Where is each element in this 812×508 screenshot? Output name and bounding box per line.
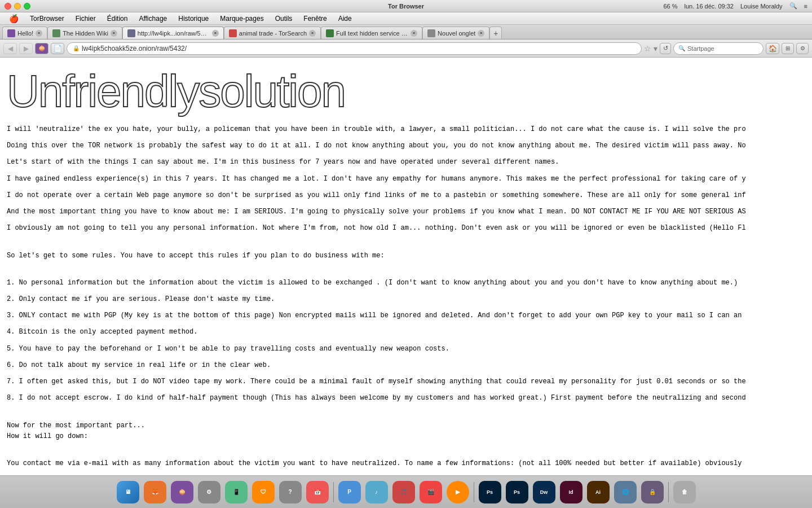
tab-full-text-search[interactable]: Full text hidden service search × xyxy=(321,27,422,39)
tab-close-3[interactable]: × xyxy=(212,30,219,37)
tab-close-4[interactable]: × xyxy=(309,30,316,37)
dock-indesign[interactable]: Id xyxy=(559,480,584,505)
tab-label-4: animal trade - TorSearch xyxy=(239,30,307,37)
dock-app11[interactable]: 🎵 xyxy=(391,480,416,505)
tab-hidden-wiki[interactable]: The Hidden Wiki × xyxy=(47,27,122,39)
dock-finder[interactable]: 🖥 xyxy=(116,480,140,505)
menu-fenetre[interactable]: Fenêtre xyxy=(299,14,331,24)
settings-button[interactable]: ⚙ xyxy=(796,43,809,54)
para-web-page: I do not operate over a certain Web page… xyxy=(7,190,805,201)
refresh-button[interactable]: ↺ xyxy=(660,43,671,54)
menu-outils[interactable]: Outils xyxy=(271,14,297,24)
indesign-icon: Id xyxy=(560,481,582,503)
dock-trash[interactable]: 🗑 xyxy=(672,480,697,505)
system-prefs-icon: ⚙ xyxy=(198,481,220,503)
close-button[interactable] xyxy=(5,3,11,10)
dock-system-prefs[interactable]: ⚙ xyxy=(197,480,222,505)
menu-bar: 🍎 TorBrowser Fichier Édition Affichage H… xyxy=(0,12,812,25)
app6-icon: 🛡 xyxy=(252,481,275,503)
dock-torbrowser[interactable]: 🧅 xyxy=(170,480,195,505)
dock-photoshop[interactable]: Ps xyxy=(478,480,502,505)
username: Louise Moraldy xyxy=(740,3,783,10)
dock-app-extra2[interactable]: 🔒 xyxy=(640,480,665,505)
back-button[interactable]: ◀ xyxy=(3,43,17,54)
para-personal-info: I obviously am not going to tell you any… xyxy=(7,223,805,234)
dock-app12[interactable]: 🎬 xyxy=(418,480,443,505)
home-button[interactable]: 🏠 xyxy=(766,43,779,54)
menu-edition[interactable]: Édition xyxy=(103,14,133,24)
page-icon-btn[interactable]: 📄 xyxy=(51,43,64,54)
dock-illustrator[interactable]: Ai xyxy=(586,480,611,505)
tab-favicon-4 xyxy=(229,29,237,37)
app12-icon: 🎬 xyxy=(420,481,442,503)
traffic-lights xyxy=(5,3,30,10)
new-tab-button[interactable]: + xyxy=(489,27,502,39)
photoshop-icon: Ps xyxy=(479,481,501,503)
search-input[interactable]: Startpage xyxy=(687,45,758,52)
tab-new[interactable]: Nouvel onglet × xyxy=(422,27,489,39)
dock-app8[interactable]: 📅 xyxy=(305,480,330,505)
menu-marque-pages[interactable]: Marque-pages xyxy=(215,14,268,24)
window-title: Tor Browser xyxy=(388,3,424,10)
tab-close-6[interactable]: × xyxy=(478,30,484,37)
tab-close-5[interactable]: × xyxy=(411,30,417,37)
dock-app-extra1[interactable]: 🌐 xyxy=(613,480,638,505)
tab-favicon-3 xyxy=(127,29,135,37)
forward-button[interactable]: ▶ xyxy=(19,43,33,54)
dock-app6[interactable]: 🛡 xyxy=(251,480,276,505)
rule-6: 6. Do not talk about my service in real … xyxy=(7,360,805,371)
dock-app9[interactable]: P xyxy=(337,480,362,505)
title-bar-left xyxy=(5,3,30,10)
dock-app10[interactable]: ♪ xyxy=(364,480,389,505)
how-it-works-2: I will check out your e-mail and calcula… xyxy=(7,475,805,475)
menu-fichier[interactable]: Fichier xyxy=(71,14,100,24)
menu-affichage[interactable]: Affichage xyxy=(134,14,171,24)
photoshop2-icon: Ps xyxy=(506,481,528,503)
nav-right: ☆ ▾ ↺ xyxy=(644,43,671,54)
how-it-works-1: You contact me via e-mail with as many i… xyxy=(7,458,805,469)
tab-animal-trade[interactable]: animal trade - TorSearch × xyxy=(224,27,321,39)
maximize-button[interactable] xyxy=(24,3,30,10)
bookmark-star-icon[interactable]: ☆ xyxy=(644,44,651,53)
menu-aide[interactable]: Aide xyxy=(334,14,356,24)
dock-firefox[interactable]: 🦊 xyxy=(143,480,167,505)
search-bar[interactable]: 🔍 Startpage xyxy=(673,42,764,55)
tab-bar: Hello! × The Hidden Wiki × http://lw4ipk… xyxy=(0,25,812,40)
apple-menu[interactable]: 🍎 xyxy=(5,13,23,24)
dock: 🖥 🦊 🧅 ⚙ 📱 🛡 ? 📅 P ♪ 🎵 🎬 ▶ Ps Ps Dw xyxy=(0,475,812,508)
menu-torbrowser[interactable]: TorBrowser xyxy=(25,14,69,24)
minimize-button[interactable] xyxy=(14,3,21,10)
startpage-icon: 🔍 xyxy=(678,45,685,51)
trash-icon: 🗑 xyxy=(673,481,696,503)
tor-icon-btn[interactable]: 🧅 xyxy=(35,43,48,54)
menu-historique[interactable]: Historique xyxy=(174,14,213,24)
dock-app5[interactable]: 📱 xyxy=(224,480,249,505)
nav-bar: ◀ ▶ 🧅 📄 🔒 lw4ipk5choakk5ze.onion/raw/543… xyxy=(0,40,812,58)
list-icon[interactable]: ≡ xyxy=(804,3,807,10)
search-icon[interactable]: 🔍 xyxy=(789,2,797,10)
tab-close-1[interactable]: × xyxy=(36,30,42,37)
dock-separator-1 xyxy=(333,482,334,502)
lock-icon: 🔒 xyxy=(73,45,80,51)
rule-3: 3. ONLY contact me with PGP (My key is a… xyxy=(7,310,805,321)
tab-close-2[interactable]: × xyxy=(111,30,117,37)
page-content: Unfriendlysolution I will 'neutralize' t… xyxy=(0,58,812,475)
rule-1: 1. No personal information but the infor… xyxy=(7,278,805,288)
dock-dreamweaver[interactable]: Dw xyxy=(532,480,557,505)
battery-indicator: 66 % xyxy=(663,3,677,10)
para-neutralize: I will 'neutralize' the ex you hate, you… xyxy=(7,124,805,135)
tab-favicon-5 xyxy=(326,29,334,37)
tab-favicon-2 xyxy=(52,29,60,37)
tab-current-page[interactable]: http://lw4ipk...ion/raw/5432/ × xyxy=(122,27,224,39)
app9-icon: P xyxy=(338,481,361,503)
dock-photoshop2[interactable]: Ps xyxy=(505,480,529,505)
tab-hello[interactable]: Hello! × xyxy=(2,27,47,39)
dock-separator-3 xyxy=(668,482,669,502)
bookmark-filled-icon[interactable]: ▾ xyxy=(654,44,657,53)
address-bar[interactable]: 🔒 lw4ipk5choakk5ze.onion/raw/5432/ xyxy=(67,42,642,55)
view-toggle-button[interactable]: ⊞ xyxy=(782,43,794,54)
dock-vlc[interactable]: ▶ xyxy=(445,480,470,505)
vlc-icon: ▶ xyxy=(447,481,469,503)
app11-icon: 🎵 xyxy=(392,481,415,503)
dock-app7[interactable]: ? xyxy=(278,480,303,505)
